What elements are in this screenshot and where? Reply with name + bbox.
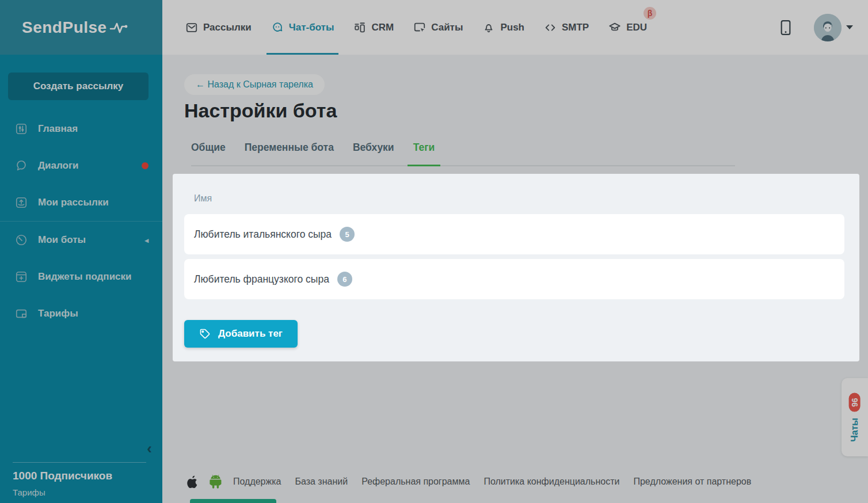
sliders-icon: [15, 123, 28, 135]
user-menu[interactable]: [814, 14, 853, 41]
sendpulse-logo[interactable]: SendPulse: [22, 18, 129, 37]
tag-name: Любитель итальянского сыра: [194, 228, 332, 241]
subscribers-count: 1000 Подписчиков: [13, 470, 112, 482]
nav-item-edu[interactable]: EDU β: [608, 0, 647, 55]
sidebar-menu: Главная Диалоги Мои рассылки: [0, 110, 162, 332]
tags-panel: Имя Любитель итальянского сыра 5: [173, 174, 859, 361]
nav-item-campaigns[interactable]: Рассылки: [185, 0, 252, 55]
tag-name: Любитель французкого сыра: [194, 273, 329, 285]
sidebar-item-label: Диалоги: [38, 160, 79, 172]
pulse-icon: [109, 21, 129, 35]
notification-dot: [142, 162, 149, 169]
nav-item-crm[interactable]: CRM: [353, 0, 394, 55]
tariffs-link[interactable]: Тарифы: [13, 487, 45, 497]
sidebar-item-label: Мои боты: [38, 234, 86, 246]
chatbot-icon: [271, 21, 284, 34]
nav-item-chatbots[interactable]: Чат-боты: [271, 0, 334, 55]
add-tag-button[interactable]: Добавить тег: [184, 320, 298, 348]
chevron-down-icon: [846, 25, 853, 29]
nav-label: Push: [500, 22, 524, 33]
chevron-left-icon: ◂: [144, 236, 149, 245]
top-navigation: Рассылки Чат-боты CRM Сайты: [162, 0, 868, 55]
apple-icon[interactable]: [187, 475, 198, 489]
add-tag-label: Добавить тег: [218, 328, 283, 340]
nav-right-cluster: [779, 14, 853, 41]
settings-tabs: Общие Переменные бота Вебхуки Теги: [191, 142, 735, 166]
envelope-icon: [185, 21, 198, 34]
graduation-cap-icon: [608, 21, 621, 34]
footer-link-referral[interactable]: Реферальная программа: [361, 477, 470, 487]
chats-count-badge: 96: [849, 393, 861, 412]
sidebar-item-label: Главная: [38, 123, 78, 135]
table-row: Любитель итальянского сыра 5: [184, 214, 844, 254]
sidebar-item-widgets[interactable]: Виджеты подписки: [0, 258, 162, 295]
sidebar-item-label: Виджеты подписки: [38, 271, 132, 283]
nav-item-sites[interactable]: Сайты: [413, 0, 463, 55]
kanban-icon: [353, 21, 366, 34]
back-link[interactable]: ← Назад к Сырная тарелка: [184, 74, 325, 95]
avatar: [814, 14, 842, 41]
chats-side-tab[interactable]: Чаты 96: [842, 378, 868, 456]
chat-bubble-icon: [15, 159, 28, 172]
tab-tags[interactable]: Теги: [413, 142, 435, 154]
pricing-icon: [15, 307, 28, 320]
nav-label: Чат-боты: [289, 22, 334, 33]
footer-link-support[interactable]: Поддержка: [233, 477, 281, 487]
nav-label: CRM: [371, 22, 394, 33]
chats-label: Чаты: [850, 418, 860, 442]
table-row: Любитель французкого сыра 6: [184, 259, 844, 299]
bell-icon: [482, 21, 495, 34]
tag-count-badge: 5: [340, 227, 355, 242]
code-icon: [544, 21, 557, 34]
sidebar-item-pricing[interactable]: Тарифы: [0, 295, 162, 332]
footer-link-knowledge-base[interactable]: База знаний: [295, 477, 348, 487]
sidebar-divider: [13, 462, 146, 463]
campaign-icon: [15, 196, 28, 209]
tag-count-badge: 6: [337, 272, 352, 287]
footer-link-partners[interactable]: Предложения от партнеров: [633, 477, 751, 487]
sidebar-collapse-button[interactable]: ‹: [147, 441, 152, 456]
android-icon[interactable]: [210, 475, 222, 489]
widget-icon: [15, 270, 28, 283]
sidebar: SendPulse Создать рассылку Главная: [0, 0, 162, 503]
bot-icon: [15, 234, 28, 246]
nav-label: EDU: [626, 22, 647, 33]
tag-icon: [199, 328, 211, 340]
logo-text: SendPulse: [22, 18, 107, 37]
footer: Поддержка База знаний Реферальная програ…: [162, 460, 868, 503]
footer-link-privacy[interactable]: Политика конфиденциальности: [484, 477, 619, 487]
sidebar-item-home[interactable]: Главная: [0, 110, 162, 147]
name-column-header: Имя: [194, 193, 844, 204]
page-title: Настройки бота: [184, 100, 337, 122]
tab-bot-variables[interactable]: Переменные бота: [245, 142, 334, 154]
mobile-app-icon[interactable]: [779, 19, 792, 36]
sidebar-item-label: Тарифы: [38, 308, 78, 319]
nav-item-smtp[interactable]: SMTP: [544, 0, 589, 55]
nav-label: Сайты: [431, 22, 463, 33]
sidebar-item-campaigns[interactable]: Мои рассылки: [0, 184, 162, 221]
sidebar-item-label: Мои рассылки: [38, 197, 109, 208]
nav-label: Рассылки: [203, 22, 252, 33]
beta-badge: β: [644, 7, 656, 20]
browser-cursor-icon: [413, 21, 426, 34]
sidebar-item-bots[interactable]: Мои боты ◂: [0, 222, 162, 258]
tab-webhooks[interactable]: Вебхуки: [353, 142, 394, 154]
bottom-green-bar[interactable]: [190, 499, 276, 503]
chats-tab-inner: Чаты 96: [849, 393, 861, 441]
nav-item-push[interactable]: Push: [482, 0, 524, 55]
create-campaign-button[interactable]: Создать рассылку: [8, 73, 149, 100]
sidebar-item-dialogs[interactable]: Диалоги: [0, 147, 162, 184]
sidebar-header: SendPulse: [0, 0, 162, 55]
nav-label: SMTP: [562, 22, 589, 33]
tab-general[interactable]: Общие: [191, 142, 226, 154]
